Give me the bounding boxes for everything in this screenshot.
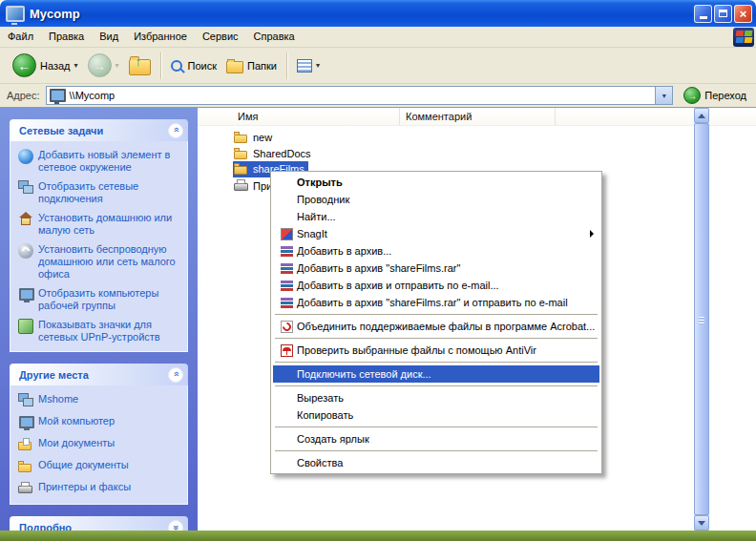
- context-menu-item-create-shortcut[interactable]: Создать ярлык: [273, 430, 599, 447]
- sidebar-item-mshome[interactable]: Mshome: [18, 393, 183, 408]
- wireless-network-icon: [18, 243, 33, 259]
- winrar-icon: [281, 280, 293, 292]
- search-label: Поиск: [188, 60, 217, 72]
- back-label: Назад: [40, 60, 71, 72]
- collapse-button[interactable]: »: [168, 123, 183, 138]
- winrar-icon: [281, 245, 293, 258]
- menu-separator: [275, 314, 598, 315]
- context-menu-item-find[interactable]: Найти...: [273, 208, 599, 225]
- pane-title: Другие места: [19, 369, 89, 381]
- file-row-new[interactable]: new: [198, 129, 756, 145]
- context-menu-item-antivir-scan[interactable]: Проверить выбранные файлы с помощью Anti…: [273, 342, 599, 359]
- context-menu-item-explorer[interactable]: Проводник: [273, 191, 599, 208]
- scroll-down-button[interactable]: [694, 515, 709, 531]
- maximize-button[interactable]: [714, 5, 732, 23]
- context-menu-item-acrobat-combine[interactable]: Объединить поддерживаемые файлы в програ…: [273, 318, 599, 335]
- my-documents-icon: [18, 437, 33, 452]
- menu-separator: [275, 450, 598, 451]
- add-network-place-icon: [18, 149, 33, 164]
- address-label: Адрес:: [7, 90, 40, 101]
- address-dropdown-button[interactable]: ▾: [655, 87, 672, 104]
- up-button[interactable]: ↑: [124, 54, 156, 77]
- title-bar[interactable]: Mycomp ×: [0, 0, 756, 27]
- scroll-up-button[interactable]: [694, 108, 709, 123]
- context-menu-item-add-to-archive-named[interactable]: Добавить в архив "shareFilms.rar": [273, 260, 599, 277]
- scroll-down-icon: [698, 521, 705, 526]
- context-menu-item-add-archive-named-email[interactable]: Добавить в архив "shareFilms.rar" и отпр…: [273, 294, 599, 311]
- scrollbar-thumb[interactable]: [694, 123, 709, 515]
- computer-icon: [50, 89, 66, 102]
- context-menu-item-add-to-archive[interactable]: Добавить в архив...: [273, 242, 599, 260]
- context-menu-item-add-archive-email[interactable]: Добавить в архив и отправить по e-mail..…: [273, 277, 599, 294]
- network-tasks-header[interactable]: Сетевые задачи »: [10, 119, 188, 141]
- minimize-button[interactable]: [694, 5, 712, 23]
- other-places-pane: Другие места » Mshome Мой компьютер Мои …: [10, 364, 188, 505]
- sidebar-item-network-connections[interactable]: Отобразить сетевые подключения: [18, 180, 183, 205]
- network-connections-icon: [18, 180, 33, 196]
- winrar-icon: [281, 262, 293, 275]
- context-menu-item-cut[interactable]: Вырезать: [273, 389, 599, 406]
- column-header-comment[interactable]: Комментарий: [400, 108, 556, 125]
- address-value[interactable]: \\Mycomp: [70, 90, 656, 101]
- windows-logo-icon: [733, 28, 754, 47]
- context-menu-item-open[interactable]: Открыть: [273, 174, 599, 191]
- address-input[interactable]: \\Mycomp ▾: [46, 86, 674, 105]
- sidebar: Сетевые задачи » Добавить новый элемент …: [0, 108, 198, 531]
- computer-icon: [6, 6, 25, 22]
- expand-button[interactable]: »: [168, 520, 183, 531]
- context-menu-item-map-network-drive[interactable]: Подключить сетевой диск...: [273, 365, 599, 383]
- context-menu-item-snagit[interactable]: SnagIt: [273, 225, 599, 242]
- file-row-shareddocs[interactable]: SharedDocs: [198, 145, 756, 161]
- collapse-button[interactable]: »: [168, 367, 183, 383]
- menu-view[interactable]: Вид: [92, 27, 126, 47]
- menu-separator: [275, 427, 598, 427]
- back-icon: ←: [12, 53, 36, 77]
- antivir-icon: [281, 344, 293, 357]
- printers-icon: [18, 481, 33, 496]
- folders-label: Папки: [247, 60, 277, 72]
- sidebar-item-setup-home-network[interactable]: Установить домашнюю или малую сеть: [18, 212, 183, 237]
- views-button[interactable]: ▾: [292, 57, 325, 74]
- views-dropdown-icon[interactable]: ▾: [316, 61, 320, 70]
- go-button[interactable]: → Переход: [681, 86, 752, 105]
- views-icon: [297, 59, 312, 73]
- back-dropdown-icon[interactable]: ▾: [74, 61, 78, 70]
- sidebar-item-add-network-place[interactable]: Добавить новый элемент в сетевое окружен…: [18, 149, 183, 174]
- home-network-icon: [18, 212, 33, 227]
- pane-title: Подробно: [19, 522, 72, 531]
- explorer-window: Mycomp × Файл Правка Вид Избранное Серви…: [0, 0, 756, 541]
- context-menu: Открыть Проводник Найти... SnagIt Добави…: [270, 171, 602, 474]
- window-title: Mycomp: [30, 7, 80, 21]
- context-menu-item-properties[interactable]: Свойства: [273, 454, 599, 471]
- winrar-icon: [281, 297, 293, 309]
- column-headers: Имя Комментарий: [198, 108, 756, 126]
- forward-button[interactable]: → ▾: [83, 52, 124, 79]
- other-places-header[interactable]: Другие места »: [10, 364, 188, 385]
- column-header-name[interactable]: Имя: [198, 108, 400, 125]
- details-header[interactable]: Подробно »: [10, 516, 188, 531]
- sidebar-item-shared-documents[interactable]: Общие документы: [18, 459, 183, 474]
- pane-title: Сетевые задачи: [19, 125, 103, 136]
- search-button[interactable]: Поиск: [166, 58, 221, 73]
- sidebar-item-show-upnp-icons[interactable]: Показывать значки для сетевых UPnP-устро…: [18, 319, 183, 343]
- context-menu-item-copy[interactable]: Копировать: [273, 406, 599, 424]
- vertical-scrollbar[interactable]: [694, 108, 709, 531]
- sidebar-item-my-documents[interactable]: Мои документы: [18, 437, 183, 452]
- folders-button[interactable]: Папки: [221, 56, 282, 75]
- acrobat-icon: [281, 321, 293, 333]
- go-icon: →: [683, 87, 701, 104]
- close-button[interactable]: ×: [734, 5, 752, 23]
- menu-favorites[interactable]: Избранное: [126, 27, 195, 47]
- sidebar-item-view-workgroup-computers[interactable]: Отобразить компьютеры рабочей группы: [18, 287, 183, 312]
- back-button[interactable]: ← Назад ▾: [8, 52, 83, 79]
- menu-edit[interactable]: Правка: [41, 27, 92, 47]
- sidebar-item-printers[interactable]: Принтеры и факсы: [18, 481, 183, 496]
- sidebar-item-setup-wireless-network[interactable]: Установить беспроводную домашнюю или сет…: [18, 243, 183, 281]
- menu-file[interactable]: Файл: [0, 27, 41, 47]
- forward-dropdown-icon: ▾: [116, 61, 119, 70]
- toolbar: ← Назад ▾ → ▾ ↑ Поиск Папки ▾: [0, 48, 756, 84]
- menu-help[interactable]: Справка: [246, 27, 303, 47]
- menu-tools[interactable]: Сервис: [195, 27, 246, 47]
- address-bar: Адрес: \\Mycomp ▾ → Переход: [0, 84, 756, 108]
- sidebar-item-my-computer[interactable]: Мой компьютер: [18, 415, 183, 430]
